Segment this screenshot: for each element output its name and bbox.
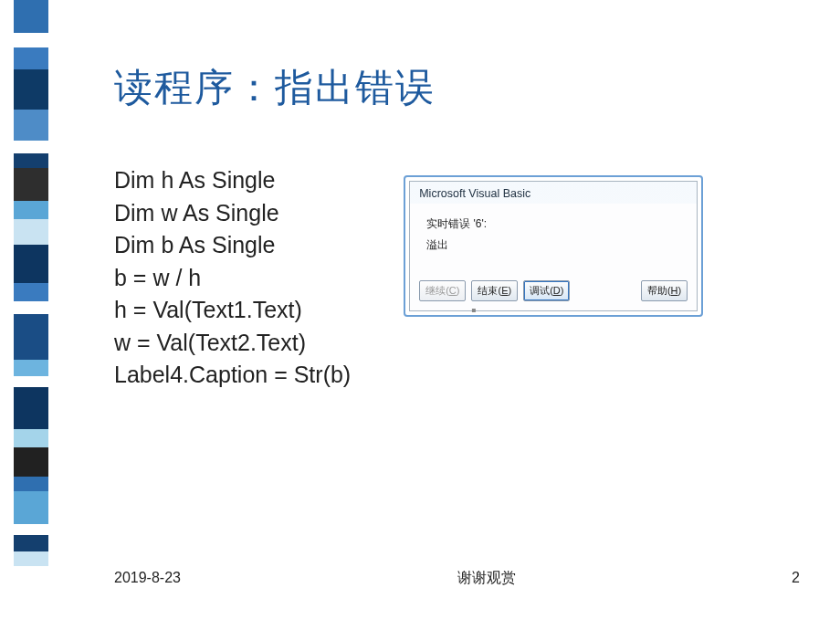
stripe: [14, 69, 48, 110]
stripe: [14, 524, 48, 535]
code-line: b = w / h: [114, 262, 351, 295]
code-line: h = Val(Text1.Text): [114, 294, 351, 327]
stripe: [14, 201, 48, 219]
stripe: [14, 47, 48, 69]
footer-page-number: 2: [792, 570, 800, 586]
stripe: [14, 153, 48, 168]
continue-button[interactable]: 继续(C): [419, 280, 466, 301]
stripe: [14, 219, 48, 245]
stripe: [14, 33, 48, 47]
code-line: Dim b As Single: [114, 229, 351, 262]
stripe: [14, 360, 48, 376]
slide-content: 读程序：指出错误 Dim h As SingleDim w As SingleD…: [114, 62, 808, 392]
stripe: [14, 168, 48, 201]
code-line: Dim w As Single: [114, 197, 351, 230]
stripe: [14, 245, 48, 283]
stripe: [14, 387, 48, 429]
dialog-button-row: 继续(C) 结束(E) 调试(D) 帮助(H): [410, 273, 697, 310]
stripe: [14, 301, 48, 314]
stripe: [14, 141, 48, 153]
end-button[interactable]: 结束(E): [471, 280, 518, 301]
error-code-text: 实时错误 '6':: [426, 216, 680, 232]
stripe: [14, 429, 48, 447]
footer-center-text: 谢谢观赏: [457, 569, 516, 588]
help-button[interactable]: 帮助(H): [641, 280, 688, 301]
code-line: Dim h As Single: [114, 164, 351, 197]
error-dialog: Microsoft Visual Basic 实时错误 '6': 溢出 继续(C…: [409, 181, 698, 311]
bullet-dot-icon: ▪: [471, 302, 477, 319]
footer-date: 2019-8-23: [114, 570, 181, 586]
stripe: [14, 477, 48, 491]
stripe: [14, 283, 48, 301]
decorative-sidebar: [14, 0, 48, 566]
debug-button[interactable]: 调试(D): [523, 280, 570, 301]
code-line: Label4.Caption = Str(b): [114, 359, 351, 392]
stripe: [14, 376, 48, 387]
dialog-titlebar: Microsoft Visual Basic: [410, 182, 697, 204]
stripe: [14, 535, 48, 551]
slide-title: 读程序：指出错误: [114, 62, 808, 113]
slide-footer: 2019-8-23 谢谢观赏 2: [114, 569, 800, 588]
error-dialog-border: Microsoft Visual Basic 实时错误 '6': 溢出 继续(C…: [404, 175, 703, 317]
error-message-text: 溢出: [426, 237, 680, 253]
dialog-body: 实时错误 '6': 溢出: [410, 204, 697, 273]
stripe: [14, 0, 48, 33]
error-dialog-container: Microsoft Visual Basic 实时错误 '6': 溢出 继续(C…: [404, 175, 703, 317]
stripe: [14, 447, 48, 477]
stripe: [14, 110, 48, 141]
code-line: w = Val(Text2.Text): [114, 327, 351, 360]
stripe: [14, 551, 48, 566]
code-block: Dim h As SingleDim w As SingleDim b As S…: [114, 164, 351, 392]
stripe: [14, 314, 48, 360]
stripe: [14, 491, 48, 524]
